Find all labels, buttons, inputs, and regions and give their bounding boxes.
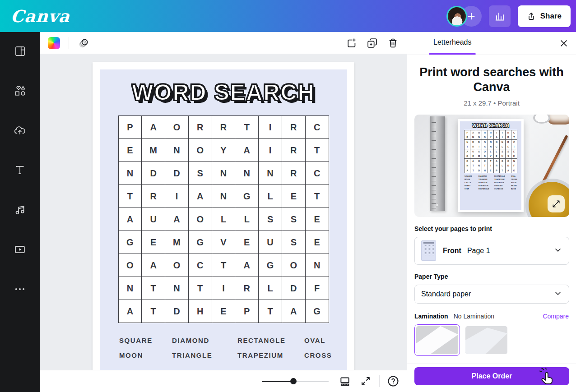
grid-cell: L — [212, 208, 235, 231]
grid-cell: O — [476, 159, 482, 163]
word-search-grid: PAORRTIRCEMNOYAIRTNDDSNNNRCTRIANGLETAUAO… — [118, 115, 329, 323]
design-canvas[interactable]: WORD SEARCH PAORRTIRCEMNOYAIRTNDDSNNNRCT… — [40, 54, 407, 370]
word-item: DIAMOND — [494, 185, 511, 187]
grid-cell: H — [482, 168, 488, 173]
grid-cell: A — [506, 168, 511, 173]
grid-cell: L — [259, 185, 282, 208]
tab-letterheads[interactable]: Letterheads — [433, 38, 472, 46]
grid-cell: E — [119, 139, 142, 161]
word-item: TRIANGLE — [172, 351, 237, 359]
grid-cell: A — [470, 130, 476, 135]
grid-cell: L — [500, 144, 505, 149]
sidebar-item-text[interactable] — [7, 160, 33, 180]
grid-cell: N — [212, 185, 235, 208]
lamination-option-none[interactable] — [414, 324, 460, 356]
zoom-slider-thumb[interactable] — [290, 378, 297, 384]
page-background: WORD SEARCH PAORRTIRCEMNOYAIRTNDDSNNNRCT… — [100, 69, 347, 370]
grid-cell: S — [282, 208, 305, 231]
grid-cell: L — [259, 277, 282, 300]
insights-button[interactable] — [489, 5, 511, 27]
zoom-slider[interactable] — [262, 378, 329, 384]
grid-cell: D — [165, 300, 188, 323]
grid-cell: R — [282, 162, 305, 184]
grid-cell: A — [282, 300, 305, 323]
top-bar: Canva Share — [0, 0, 576, 32]
design-page[interactable]: WORD SEARCH PAORRTIRCEMNOYAIRTNDDSNNNRCT… — [93, 62, 354, 370]
grid-cell: G — [306, 300, 329, 323]
sidebar-item-audio[interactable] — [7, 200, 33, 220]
grid-cell: S — [282, 231, 305, 254]
grid-cell: O — [189, 208, 212, 231]
delete-page-button[interactable] — [385, 35, 400, 51]
grid-cell: R — [282, 116, 305, 138]
help-button[interactable] — [386, 374, 400, 388]
pages-select[interactable]: Front Page 1 — [414, 237, 569, 265]
grid-cell: O — [165, 116, 188, 138]
grid-cell: T — [142, 277, 165, 300]
page-actions — [344, 35, 400, 51]
left-sidebar — [0, 32, 40, 392]
glossy-lamination-swatch-image — [465, 326, 507, 354]
sidebar-item-videos[interactable] — [7, 240, 33, 259]
grid-cell: F — [511, 163, 517, 168]
grid-cell: I — [165, 185, 188, 208]
preview-page: WORD SEARCH PAORRTIRCEMNOYAIRTNDDSNNNRCT… — [458, 119, 524, 212]
grid-cell: O — [506, 159, 511, 163]
grid-cell: T — [511, 135, 517, 139]
grid-cell: A — [235, 254, 258, 277]
fullscreen-button[interactable] — [358, 374, 373, 388]
grid-cell: U — [142, 208, 165, 231]
background-color-button[interactable] — [46, 35, 61, 51]
grid-cell: N — [494, 140, 499, 144]
word-item: MOON — [511, 182, 520, 184]
duplicate-page-button[interactable] — [364, 35, 380, 51]
grid-cell: T — [259, 300, 282, 323]
text-icon — [14, 164, 26, 176]
grid-cell: N — [235, 162, 258, 184]
word-item: SQUARE — [119, 337, 172, 344]
sidebar-item-more[interactable] — [7, 279, 33, 299]
close-panel-button[interactable] — [558, 38, 570, 50]
sidebar-item-design[interactable] — [7, 41, 33, 61]
add-page-button[interactable] — [344, 35, 359, 51]
word-item: OVAL — [511, 175, 520, 177]
design-icon — [14, 45, 26, 57]
grid-cell: I — [259, 116, 282, 138]
sidebar-item-elements[interactable] — [7, 81, 33, 101]
expand-preview-button[interactable] — [548, 195, 565, 212]
compare-link[interactable]: Compare — [543, 313, 569, 320]
grid-cell: T — [494, 130, 499, 135]
word-item: TRIANGLE — [478, 179, 494, 180]
grid-cell: N — [212, 162, 235, 184]
lamination-option-glossy[interactable] — [464, 324, 509, 356]
grid-cell: C — [306, 116, 329, 138]
panel-heading: Print word searches with Canva — [414, 65, 569, 95]
grid-cell: R — [506, 135, 511, 139]
grid-cell: S — [506, 149, 511, 154]
grid-cell: O — [482, 135, 488, 139]
word-item: TRAPEZIUM — [237, 351, 304, 359]
grid-cell: R — [189, 116, 212, 138]
paper-type-select[interactable]: Standard paper — [414, 285, 569, 304]
sidebar-item-uploads[interactable] — [7, 120, 33, 140]
animate-button[interactable] — [76, 35, 92, 51]
editor-area: WORD SEARCH PAORRTIRCEMNOYAIRTNDDSNNNRCT… — [40, 32, 407, 392]
grid-cell: A — [142, 116, 165, 138]
grid-cell: T — [500, 168, 505, 173]
grid-cell: T — [306, 139, 329, 161]
grid-cell: T — [465, 144, 470, 149]
grid-cell: R — [282, 139, 305, 161]
grid-cell: P — [494, 168, 499, 173]
word-item: OVAL — [304, 337, 345, 344]
grid-cell: E — [488, 168, 493, 173]
grid-cell: N — [488, 144, 493, 149]
grid-cell: A — [476, 149, 482, 154]
pages-view-button[interactable] — [338, 374, 352, 388]
grid-cell: A — [494, 135, 499, 139]
place-order-button[interactable]: Place Order — [414, 367, 569, 385]
canva-logo[interactable]: Canva — [10, 6, 70, 26]
share-button[interactable]: Share — [518, 5, 571, 27]
grid-cell: R — [488, 130, 493, 135]
grid-cell: T — [470, 168, 476, 173]
avatar[interactable] — [446, 6, 467, 27]
